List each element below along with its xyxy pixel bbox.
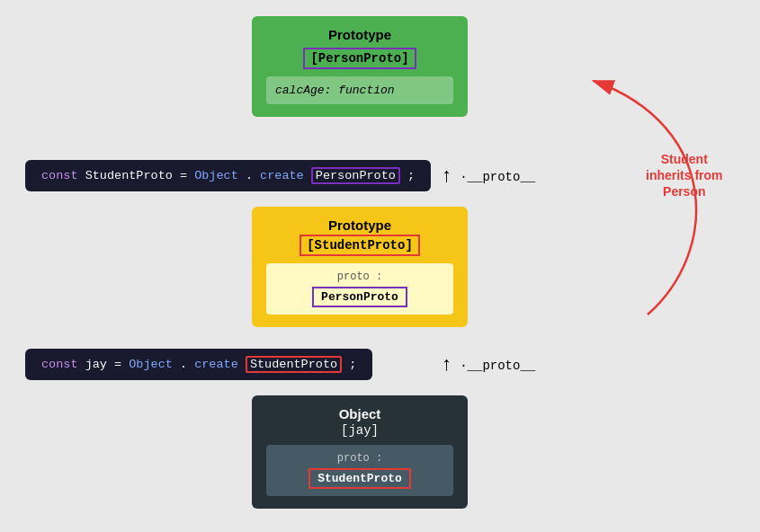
proto-yellow-inner-label: proto : [275,270,444,283]
obj-2: Object [129,358,173,371]
eq-1: = [180,169,194,182]
obj-1: Object [194,169,238,182]
var-jay: jay [85,358,114,371]
object-dark-box: Object [jay] proto : StudentProto [252,395,468,509]
obj-dark-inner-value: StudentProto [308,468,411,489]
proto-green-inner: calcAge: function [266,76,453,104]
eq-2: = [114,358,129,371]
inherits-label: Student inherits from Person [646,151,723,200]
keyword-const-1: const [41,169,78,182]
prototype-green-box: Prototype [PersonProto] calcAge: functio… [252,16,468,117]
proto-green-inner-text: calcAge: function [275,84,395,97]
var-student-proto: StudentProto [85,169,180,182]
semi-2: ; [349,358,356,371]
proto-text-2: ·__proto__ [460,359,535,373]
arrow-label-2: ↑ ·__proto__ [441,354,535,377]
arg-student-proto: StudentProto [246,356,342,373]
semi-1: ; [407,169,415,182]
diagram-container: Prototype [PersonProto] calcAge: functio… [0,0,760,532]
proto-green-title: Prototype [266,27,453,42]
inherits-line1: Student [646,151,723,167]
inherits-line2: inherits from [646,167,723,183]
proto-yellow-inner: proto : PersonProto [266,263,453,315]
inherits-line3: Person [646,183,723,200]
dot-2: . [180,358,187,371]
method-1: create [260,169,304,182]
arrow-label-1: ↑ ·__proto__ [441,165,535,188]
obj-dark-inner: proto : StudentProto [266,445,453,496]
up-arrow-1: ↑ [441,165,452,188]
code-line-1: const StudentProto = Object . create Per… [25,160,431,191]
method-2: create [194,358,238,371]
prototype-yellow-box: Prototype [StudentProto] proto : PersonP… [252,207,468,327]
obj-dark-inner-label: proto : [275,452,444,465]
proto-yellow-inner-value: PersonProto [312,287,407,307]
obj-dark-name: [jay] [266,423,453,438]
proto-yellow-name: [StudentProto] [300,235,420,256]
keyword-const-2: const [41,358,78,371]
arg-person-proto: PersonProto [311,167,400,184]
proto-text-1: ·__proto__ [460,170,535,184]
dot-1: . [246,169,253,182]
proto-yellow-title: Prototype [266,217,453,233]
up-arrow-2: ↑ [441,354,452,377]
code-line-2: const jay = Object . create StudentProto… [25,349,372,380]
proto-green-name: [PersonProto] [303,48,416,69]
obj-dark-title: Object [266,406,453,421]
